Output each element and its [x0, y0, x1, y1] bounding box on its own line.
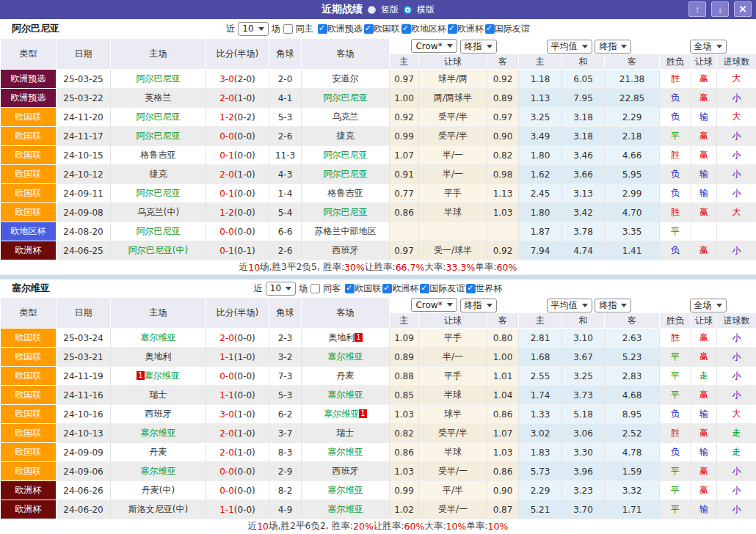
same-away-checkbox[interactable] — [310, 284, 320, 293]
avg-home-odds: 2.55 — [519, 367, 562, 386]
halftime-score: (1-0) — [234, 447, 255, 458]
league-checkbox[interactable] — [420, 284, 429, 293]
league-filter-label[interactable]: 国际友谊 — [429, 282, 465, 295]
avg-home-odds: 5.73 — [519, 462, 562, 481]
league-checkbox[interactable] — [485, 24, 495, 34]
handicap-result: 输 — [691, 184, 717, 203]
league-filter[interactable]: 世界杯 — [466, 282, 502, 295]
handicap-away-odds: 1.01 — [487, 367, 519, 386]
fulltime-score: 0-1 — [219, 246, 234, 256]
corner-count: 5-3 — [269, 108, 302, 127]
league-filter-label[interactable]: 欧地区杯 — [411, 23, 446, 35]
league-filter[interactable]: 国际友谊 — [485, 23, 530, 35]
fulltime-score: 2-0 — [219, 447, 234, 458]
avg-away-odds: 5.23 — [605, 348, 660, 367]
fulltime-select[interactable]: 全场 — [690, 299, 727, 312]
score-cell: 1-1(0-0) — [206, 386, 269, 405]
odds-stage-select[interactable]: 终指 — [460, 299, 497, 312]
move-up-button[interactable]: ↑ — [688, 1, 706, 17]
handicap-away-odds: 0.90 — [487, 127, 519, 146]
league-filter[interactable]: 欧国联 — [364, 23, 400, 35]
league-filter-label[interactable]: 欧洲杯 — [392, 282, 418, 295]
league-filter-label[interactable]: 欧洲杯 — [457, 23, 484, 35]
fulltime-score: 2-0 — [219, 169, 234, 180]
match-row: 欧地区杯 24-08-20 阿尔巴尼亚 0-0(0-0) 6-6 苏格兰中部地区… — [1, 222, 756, 241]
home-team-name: 阿尔巴尼亚 — [137, 131, 181, 141]
avg-away-odds: 4.66 — [605, 146, 660, 165]
avg-away-odds: 1.71 — [605, 500, 660, 519]
horizontal-layout-label[interactable]: 横版 — [417, 4, 435, 16]
same-away-label[interactable]: 同客 — [323, 282, 341, 295]
league-filter-label[interactable]: 世界杯 — [476, 282, 502, 295]
league-filter[interactable]: 欧洲杯 — [448, 23, 484, 35]
handicap-line: 受半/一 — [419, 500, 487, 519]
vertical-layout-radio[interactable] — [368, 6, 376, 14]
chevron-down-icon — [621, 304, 627, 307]
score-cell: 1-1(1-0) — [206, 348, 269, 367]
goals-result: 大 — [717, 405, 756, 424]
fulltime-select[interactable]: 全场 — [690, 40, 727, 54]
halftime-score: (0-0) — [234, 390, 255, 400]
match-count-select[interactable]: 10 — [266, 282, 296, 296]
away-team-name: 捷克 — [337, 131, 355, 141]
league-type-badge: 欧国联 — [1, 108, 57, 127]
odds-stage-select[interactable]: 终指 — [460, 40, 497, 54]
score-cell: 0-1(0-0) — [206, 184, 269, 203]
corner-count: 4-3 — [269, 165, 302, 184]
same-home-checkbox[interactable] — [283, 24, 293, 34]
league-filter[interactable]: 欧国联 — [345, 282, 381, 295]
company-select[interactable]: Crow* — [411, 298, 457, 312]
score-cell: 0-1(0-0) — [206, 146, 269, 165]
avg-stage-select[interactable]: 终指 — [595, 40, 631, 54]
same-home-label[interactable]: 同主 — [296, 23, 313, 35]
away-team-name: 西班牙 — [332, 466, 359, 476]
match-count-value: 10 — [242, 23, 253, 34]
league-checkbox[interactable] — [364, 24, 374, 34]
league-filter[interactable]: 欧地区杯 — [401, 23, 446, 35]
home-team-name: 塞尔维亚 — [141, 428, 176, 438]
avg-draw-odds: 3.78 — [562, 222, 605, 241]
match-date: 24-10-12 — [57, 165, 111, 184]
avg-draw-odds: 3.10 — [562, 329, 605, 348]
sub-avg-draw: 和 — [562, 313, 605, 329]
league-filter-label[interactable]: 欧国联 — [374, 23, 400, 35]
goals-result: 小 — [717, 462, 756, 481]
average-select[interactable]: 平均值 — [547, 40, 592, 54]
away-team-name: 苏格兰中部地区 — [315, 226, 377, 236]
league-checkbox[interactable] — [382, 284, 392, 293]
goals-result: 走 — [717, 424, 756, 443]
avg-home-odds: 1.80 — [519, 203, 562, 222]
handicap-line: 半/一 — [419, 348, 487, 367]
score-cell: 2-0(1-0) — [206, 424, 269, 443]
league-checkbox[interactable] — [345, 284, 355, 293]
win-loss-result: 负 — [660, 89, 691, 108]
league-checkbox[interactable] — [401, 24, 411, 34]
vertical-layout-label[interactable]: 竖版 — [381, 4, 399, 16]
horizontal-layout-radio[interactable] — [404, 6, 412, 14]
league-checkbox[interactable] — [318, 24, 327, 34]
league-filter[interactable]: 欧洲杯 — [382, 282, 418, 295]
summary-segment: 单率: — [475, 261, 496, 274]
avg-stage-select[interactable]: 终指 — [595, 299, 631, 312]
handicap-line: 平手 — [419, 184, 487, 203]
match-row: 欧国联 25-03-21 奥地利 1-1(1-0) 3-2 塞尔维亚 0.89 … — [1, 348, 756, 367]
match-count-select[interactable]: 10 — [238, 22, 268, 36]
match-date: 25-03-24 — [57, 329, 111, 348]
league-checkbox[interactable] — [448, 24, 457, 34]
league-checkbox[interactable] — [466, 284, 476, 293]
average-select[interactable]: 平均值 — [547, 299, 592, 312]
company-select[interactable]: Crow* — [411, 39, 457, 53]
league-filter-label[interactable]: 欧国联 — [355, 282, 381, 295]
fulltime-score: 2-0 — [219, 93, 234, 103]
move-down-button[interactable]: ↓ — [711, 1, 729, 17]
league-filter[interactable]: 国际友谊 — [420, 282, 465, 295]
home-team-cell: 丹麦 — [111, 443, 206, 462]
corner-count: 8-2 — [269, 481, 302, 500]
league-filter-label[interactable]: 国际友谊 — [495, 23, 530, 35]
close-button[interactable]: ✕ — [734, 1, 752, 17]
league-filter-label[interactable]: 欧洲预选 — [327, 23, 363, 35]
handicap-line: 球半/两 — [419, 70, 487, 89]
league-filter[interactable]: 欧洲预选 — [318, 23, 363, 35]
avg-home-odds: 3.25 — [519, 108, 562, 127]
score-cell: 3-0(1-0) — [206, 405, 269, 424]
